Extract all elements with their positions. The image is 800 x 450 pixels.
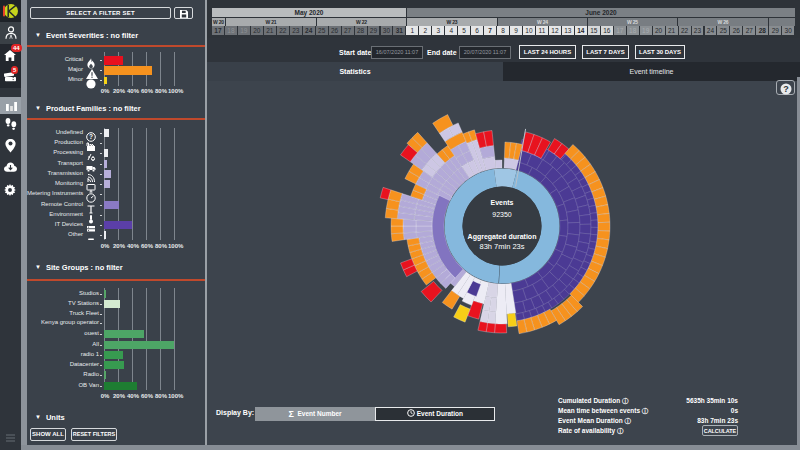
svg-text:Aggregated duration: Aggregated duration	[468, 233, 537, 241]
svg-text:83h 7min 23s: 83h 7min 23s	[479, 242, 524, 251]
svg-text:92350: 92350	[492, 211, 512, 218]
svg-text:?: ?	[783, 84, 789, 94]
svg-text:Events: Events	[491, 199, 514, 206]
